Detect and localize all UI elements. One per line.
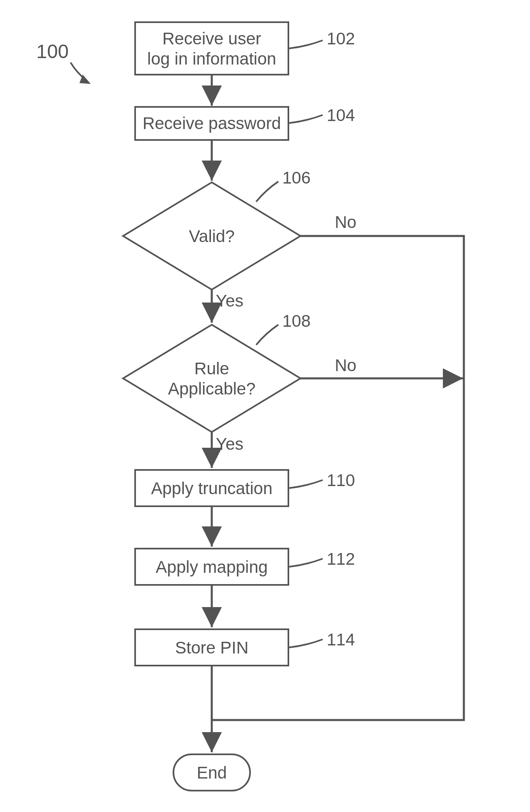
ref-110: 110: [289, 471, 355, 490]
svg-text:110: 110: [327, 471, 355, 490]
node-end: End: [173, 754, 250, 791]
svg-text:106: 106: [282, 168, 311, 187]
ref-106: 106: [256, 168, 311, 202]
node-108-yes: Yes: [216, 434, 244, 453]
flowchart-svg: Receive user log in information 102 Rece…: [0, 0, 530, 812]
leader-100: [71, 63, 91, 84]
node-106-yes: Yes: [216, 291, 244, 310]
node-108-line1: Rule: [194, 359, 229, 378]
node-106: Valid?: [123, 182, 300, 290]
node-108-no: No: [335, 356, 357, 375]
node-108: Rule Applicable?: [123, 325, 300, 432]
node-112-text: Apply mapping: [156, 557, 268, 576]
node-104: Receive password: [135, 107, 288, 140]
node-112: Apply mapping: [135, 549, 288, 585]
node-106-no: No: [335, 213, 357, 232]
svg-text:112: 112: [327, 549, 355, 568]
svg-text:108: 108: [282, 311, 311, 330]
svg-text:102: 102: [327, 29, 355, 48]
svg-marker-6: [123, 325, 300, 432]
node-114: Store PIN: [135, 629, 288, 666]
ref-104: 104: [289, 106, 355, 125]
ref-102: 102: [289, 29, 355, 48]
node-102-line1: Receive user: [162, 29, 261, 48]
svg-text:104: 104: [327, 106, 355, 125]
node-102: Receive user log in information: [135, 22, 288, 75]
node-114-text: Store PIN: [175, 638, 248, 657]
node-end-text: End: [197, 763, 227, 782]
ref-108: 108: [256, 311, 311, 345]
node-110: Apply truncation: [135, 470, 288, 506]
node-104-line1: Receive password: [142, 114, 281, 133]
node-108-line2: Applicable?: [168, 379, 255, 398]
ref-114: 114: [289, 630, 355, 649]
node-110-text: Apply truncation: [151, 479, 272, 498]
svg-text:114: 114: [327, 630, 355, 649]
node-106-text: Valid?: [189, 227, 235, 246]
ref-112: 112: [289, 549, 355, 568]
node-102-line2: log in information: [147, 49, 276, 68]
